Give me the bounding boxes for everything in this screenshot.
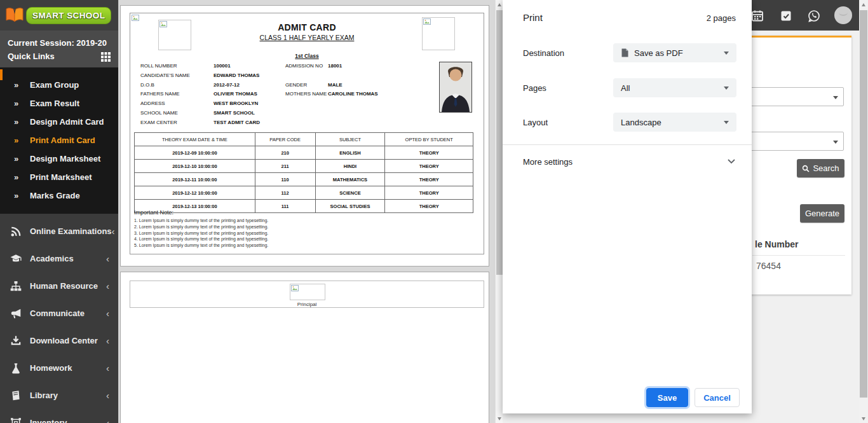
sidebar-item-academics[interactable]: Academics‹ [0, 245, 118, 272]
sidebar: SMART SCHOOL Current Session: 2019-20 Qu… [0, 0, 118, 423]
logo-pill: SMART SCHOOL [26, 7, 111, 24]
admit-card: ADMIT CARD CLASS 1 HALF YEARLY EXAM 1st … [130, 13, 484, 254]
sidebar-item-print-admit-card[interactable]: »Print Admit Card [0, 131, 118, 149]
table-header-cell: THEORY EXAM DATE & TIME [135, 133, 255, 146]
student-details: ROLL NUMBER100001ADMISSION NO18001 CANDI… [140, 62, 440, 128]
pages-dropdown[interactable]: All [613, 78, 736, 97]
cancel-button[interactable]: Cancel [695, 388, 740, 407]
table-cell: THEORY [385, 173, 473, 186]
more-settings-toggle[interactable]: More settings [503, 151, 752, 173]
main-menu: Online Examinations‹ Academics‹ Human Re… [0, 214, 118, 423]
table-header-cell: PAPER CODE [255, 133, 315, 146]
sidebar-item-label: Exam Result [30, 99, 79, 108]
grid-menu-icon[interactable] [101, 52, 111, 62]
destination-dropdown[interactable]: Save as PDF [613, 43, 736, 62]
principal-signature-placeholder [290, 284, 325, 300]
sidebar-item-library[interactable]: Library‹ [0, 382, 118, 409]
class-label: 1st Class [130, 53, 484, 59]
sidebar-item-label: Download Center [30, 336, 106, 345]
generate-button-label: Generate [805, 209, 839, 218]
save-button[interactable]: Save [646, 388, 688, 407]
search-button[interactable]: Search [797, 159, 844, 177]
table-header-cell: SUBJECT [315, 133, 385, 146]
principal-label: Principal [130, 302, 484, 307]
detail-value [328, 71, 440, 81]
detail-label: SCHOOL NAME [140, 109, 214, 118]
partial-column-header: le Number [755, 239, 798, 249]
logo-bar[interactable]: SMART SCHOOL [0, 0, 118, 31]
table-header-cell: OPTED BY STUDENT [385, 133, 473, 146]
search-icon [802, 165, 810, 172]
scrollbar-thumb[interactable] [860, 10, 867, 398]
layout-label: Layout [523, 118, 548, 127]
layout-dropdown[interactable]: Landscape [613, 113, 736, 132]
table-cell: 110 [255, 173, 315, 186]
preview-scrollbar[interactable] [495, 0, 503, 423]
table-cell: 111 [255, 200, 315, 213]
sidebar-item-label: Design Admit Card [30, 117, 104, 127]
detail-label: GENDER [285, 81, 328, 90]
sidebar-item-label: Exam Group [30, 80, 79, 90]
inventory-icon [10, 417, 22, 423]
whatsapp-icon[interactable] [807, 9, 821, 23]
detail-value: EDWARD THOMAS [214, 71, 285, 81]
scroll-up-arrow[interactable] [859, 0, 868, 9]
sidebar-item-online-examinations[interactable]: Online Examinations‹ [0, 218, 118, 245]
layout-value: Landscape [621, 118, 724, 127]
sidebar-item-print-marksheet[interactable]: »Print Marksheet [0, 168, 118, 186]
sidebar-item-download-center[interactable]: Download Center‹ [0, 327, 118, 354]
bullhorn-icon [10, 308, 22, 319]
print-dialog: Print 2 pages Destination Save as PDF Pa… [503, 0, 752, 413]
sidebar-item-label: Marks Grade [30, 191, 80, 200]
detail-value: 2012-07-12 [214, 81, 285, 90]
sidebar-item-label: Print Marksheet [30, 172, 92, 182]
sidebar-item-label: Human Resource [30, 281, 106, 291]
sidebar-item-human-resource[interactable]: Human Resource‹ [0, 272, 118, 300]
sidebar-item-communicate[interactable]: Communicate‹ [0, 300, 118, 327]
search-button-label: Search [813, 163, 839, 173]
scroll-down-arrow[interactable] [859, 414, 868, 423]
table-cell: SOCIAL STUDIES [315, 200, 385, 213]
detail-label: CANDIDATE'S NAME [140, 71, 214, 81]
table-cell: 2019-12-09 10:00:00 [135, 146, 255, 160]
window-scrollbar[interactable] [859, 0, 868, 423]
double-chevron-icon: » [14, 186, 30, 205]
sidebar-item-exam-result[interactable]: »Exam Result [0, 94, 118, 113]
scrollbar-thumb[interactable] [496, 10, 503, 275]
detail-value: 18001 [328, 62, 440, 71]
sidebar-item-marks-grade[interactable]: »Marks Grade [0, 186, 118, 205]
detail-value: OLIVIER THOMAS [214, 90, 285, 99]
sidebar-item-design-marksheet[interactable]: »Design Marksheet [0, 149, 118, 168]
logo-text: SMART SCHOOL [32, 11, 105, 20]
generate-button[interactable]: Generate [800, 204, 844, 223]
detail-label: EXAM CENTER [140, 118, 214, 128]
sidebar-item-design-admit-card[interactable]: »Design Admit Card [0, 113, 118, 131]
pages-label: Pages [523, 83, 546, 93]
sitemap-icon [10, 281, 22, 292]
destination-value: Save as PDF [634, 48, 724, 58]
task-check-icon[interactable] [779, 9, 793, 23]
scroll-down-arrow[interactable] [496, 414, 503, 423]
exam-submenu: »Exam Group »Exam Result »Design Admit C… [0, 67, 118, 214]
table-cell: ENGLISH [315, 146, 385, 160]
detail-value: 100001 [214, 62, 285, 71]
table-cell: 112 [255, 186, 315, 200]
sidebar-item-label: Academics [30, 254, 106, 263]
table-row: 2019-12-09 10:00:00210ENGLISHTHEORY [135, 146, 473, 160]
table-row: 2019-12-11 10:00:00110MATHEMATICSTHEORY [135, 173, 473, 186]
admit-card-subtitle: CLASS 1 HALF YEARLY EXAM [130, 34, 484, 41]
table-cell: 2019-12-11 10:00:00 [135, 173, 255, 186]
table-cell: THEORY [385, 146, 473, 160]
sidebar-item-homework[interactable]: Homework‹ [0, 354, 118, 382]
detail-label: ROLL NUMBER [140, 62, 214, 71]
sidebar-item-inventory[interactable]: Inventory‹ [0, 409, 118, 423]
user-avatar[interactable] [834, 6, 852, 24]
calendar-icon[interactable] [750, 9, 764, 23]
graduation-cap-icon [10, 253, 22, 265]
detail-label [285, 109, 328, 118]
detail-label [285, 118, 328, 128]
chevron-left-icon: ‹ [106, 363, 109, 373]
sidebar-item-exam-group[interactable]: »Exam Group [0, 76, 118, 94]
table-cell: MATHEMATICS [315, 173, 385, 186]
partial-cell-value: 76454 [756, 261, 781, 271]
